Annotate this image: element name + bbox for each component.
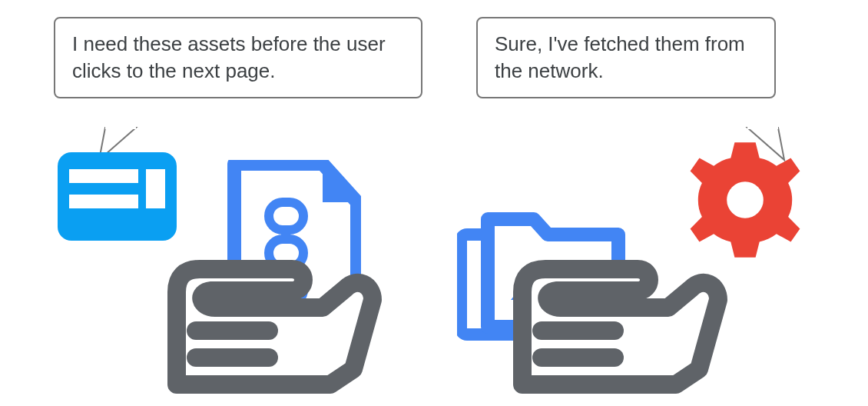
svg-rect-7 [146,169,165,208]
svg-point-19 [727,181,764,218]
gear-icon [680,135,810,265]
browser-window-icon [58,152,177,241]
svg-rect-5 [69,169,138,183]
svg-rect-6 [69,195,138,208]
hand-left-icon [161,231,392,406]
